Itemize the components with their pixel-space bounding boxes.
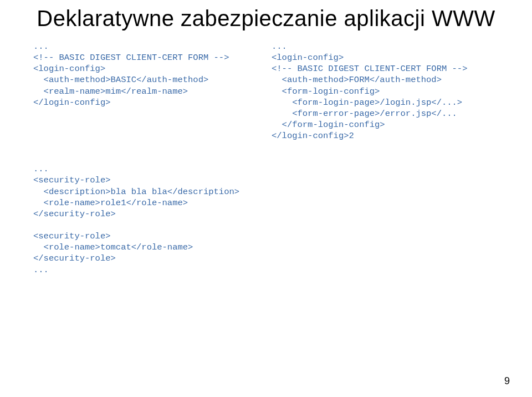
page-number: 9 [504, 375, 510, 387]
page-title: Deklaratywne zabezpieczanie aplikacji WW… [33, 6, 499, 31]
slide-page: Deklaratywne zabezpieczanie aplikacji WW… [0, 0, 532, 397]
code-block-left: ... <!-- BASIC DIGEST CLIENT-CERT FORM -… [33, 41, 260, 141]
code-columns: ... <!-- BASIC DIGEST CLIENT-CERT FORM -… [33, 41, 499, 141]
code-block-right: ... <login-config> <!-- BASIC DIGEST CLI… [272, 41, 499, 141]
code-block-bottom: ... <security-role> <description>bla bla… [33, 164, 499, 275]
